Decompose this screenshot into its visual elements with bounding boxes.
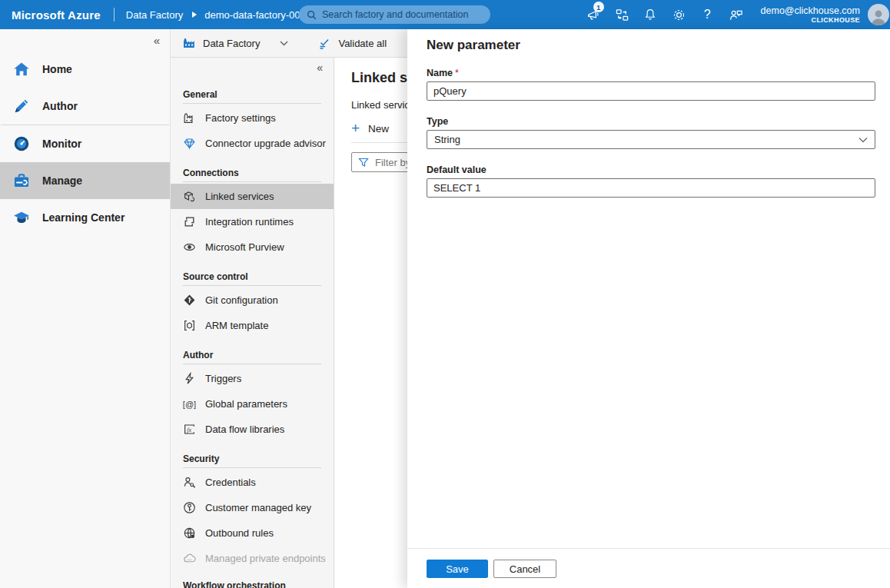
factory-outline-icon: [183, 111, 196, 125]
account-email: demo@clickhouse.com: [761, 5, 860, 16]
account-menu[interactable]: demo@clickhouse.com CLICKHOUSE: [761, 5, 860, 25]
settings-gear-icon: [672, 8, 686, 22]
azure-brand[interactable]: Microsoft Azure: [12, 8, 101, 22]
help-button[interactable]: ?: [693, 0, 722, 29]
sidebar-item-learning-center[interactable]: Learning Center: [0, 199, 170, 236]
managed-key-icon: [183, 501, 196, 514]
manage-item-label: Integration runtimes: [205, 216, 294, 228]
arm-template-icon: [183, 319, 196, 332]
left-nav-collapse-button[interactable]: «: [0, 29, 170, 51]
manage-item-data-flow-libraries[interactable]: fx Data flow libraries: [171, 417, 334, 442]
section-header-security: Security: [171, 451, 334, 465]
switch-directory-button[interactable]: [608, 0, 636, 29]
cloud-icon: [183, 552, 196, 565]
default-value-label: Default value: [427, 164, 875, 175]
section-divider: [183, 103, 321, 104]
account-tenant: CLICKHOUSE: [761, 16, 860, 24]
manage-item-factory-settings[interactable]: Factory settings: [171, 105, 334, 131]
cancel-button[interactable]: Cancel: [493, 560, 556, 578]
sidebar-item-label: Manage: [42, 174, 82, 187]
search-input[interactable]: [322, 9, 484, 20]
person-key-icon: [183, 476, 196, 489]
sidebar-item-home[interactable]: Home: [0, 51, 170, 88]
gauge-icon: [13, 135, 30, 152]
type-label: Type: [427, 116, 875, 127]
manage-item-label: ARM template: [205, 320, 268, 331]
panel-title: New parameter: [427, 38, 875, 53]
topbar-divider: [114, 8, 115, 22]
manage-item-integration-runtimes[interactable]: Integration runtimes: [171, 209, 334, 234]
sidebar-item-label: Home: [42, 63, 72, 75]
global-search: [299, 5, 490, 24]
breadcrumb-factory[interactable]: demo-data-factory-00: [204, 9, 300, 21]
sidebar-item-label: Monitor: [42, 138, 81, 150]
manage-item-label: Managed private endpoints: [205, 553, 326, 564]
default-value-field[interactable]: [427, 178, 875, 198]
breadcrumb-caret-icon: [191, 11, 198, 18]
manage-item-customer-managed-key[interactable]: Customer managed key: [171, 495, 334, 520]
section-divider: [183, 181, 321, 182]
git-diamond-icon: [183, 294, 196, 307]
name-label: Name*: [427, 68, 875, 78]
at-brackets-icon: [@]: [183, 397, 196, 410]
manage-item-label: Microsoft Purview: [205, 241, 284, 253]
section-header-author: Author: [171, 347, 334, 361]
manage-item-label: Outbound rules: [205, 527, 274, 539]
factory-menu-button[interactable]: Data Factory: [182, 36, 260, 50]
settings-button[interactable]: [665, 0, 693, 29]
section-header-connections: Connections: [171, 165, 334, 179]
type-select[interactable]: String: [427, 130, 875, 149]
sidebar-item-label: Author: [42, 100, 78, 112]
save-button[interactable]: Save: [427, 560, 488, 578]
validate-check-icon: [318, 37, 331, 50]
sidebar-item-manage[interactable]: Manage: [0, 162, 170, 199]
sidebar-item-monitor[interactable]: Monitor: [0, 125, 170, 162]
manage-item-global-parameters[interactable]: [@] Global parameters: [171, 391, 334, 417]
manage-item-label: Global parameters: [205, 398, 287, 410]
topbar-actions: 1 ? demo@clickhouse.com CLICKH: [579, 0, 890, 29]
manage-item-git-configuration[interactable]: Git configuration: [171, 287, 334, 313]
manage-item-arm-template[interactable]: ARM template: [171, 313, 334, 338]
switch-directory-icon: [615, 8, 629, 22]
type-selected-value: String: [434, 134, 460, 145]
section-divider: [183, 364, 321, 364]
pencil-icon: [13, 98, 30, 115]
name-field[interactable]: [427, 81, 875, 101]
azure-top-bar: Microsoft Azure Data Factory demo-data-f…: [0, 0, 890, 29]
plus-icon: +: [351, 122, 360, 135]
manage-nav: « General Factory settings Connector upg…: [171, 58, 334, 588]
panel-footer: Save Cancel: [407, 548, 890, 588]
manage-item-linked-services[interactable]: Linked services: [171, 184, 334, 209]
fx-library-icon: fx: [183, 423, 196, 436]
manage-item-credentials[interactable]: Credentials: [171, 470, 334, 495]
factory-menu-label: Data Factory: [203, 38, 260, 49]
graduation-cap-icon: [13, 209, 30, 226]
lightning-icon: [183, 372, 196, 385]
chevron-down-icon[interactable]: [280, 41, 288, 46]
new-parameter-panel: New parameter Name* Type String Default …: [407, 29, 890, 588]
toolbox-icon: [13, 172, 30, 189]
help-icon: ?: [704, 8, 711, 22]
avatar[interactable]: [868, 4, 889, 25]
svg-text:fx: fx: [187, 427, 191, 434]
manage-nav-collapse-button[interactable]: «: [171, 58, 334, 78]
sidebar-item-author[interactable]: Author: [0, 88, 170, 125]
manage-item-triggers[interactable]: Triggers: [171, 366, 334, 391]
validate-all-button[interactable]: Validate all: [318, 37, 387, 50]
search-icon: [307, 10, 317, 20]
manage-item-outbound-rules[interactable]: Outbound rules: [171, 520, 334, 546]
announcement-button[interactable]: 1: [579, 0, 608, 29]
section-header-general: General: [171, 87, 334, 101]
filter-funnel-icon: [358, 157, 369, 168]
manage-item-microsoft-purview[interactable]: Microsoft Purview: [171, 234, 334, 260]
notifications-bell-icon: [643, 8, 657, 22]
breadcrumb-app[interactable]: Data Factory: [126, 9, 183, 21]
feedback-button[interactable]: [722, 0, 750, 29]
eye-icon: [183, 241, 196, 254]
manage-item-label: Data flow libraries: [205, 424, 284, 435]
notifications-button[interactable]: [636, 0, 665, 29]
manage-item-connector-upgrade-advisor[interactable]: Connector upgrade advisor: [171, 131, 334, 156]
manage-item-managed-private-endpoints[interactable]: Managed private endpoints: [171, 546, 334, 571]
section-divider: [183, 285, 321, 286]
validate-all-label: Validate all: [338, 38, 387, 49]
